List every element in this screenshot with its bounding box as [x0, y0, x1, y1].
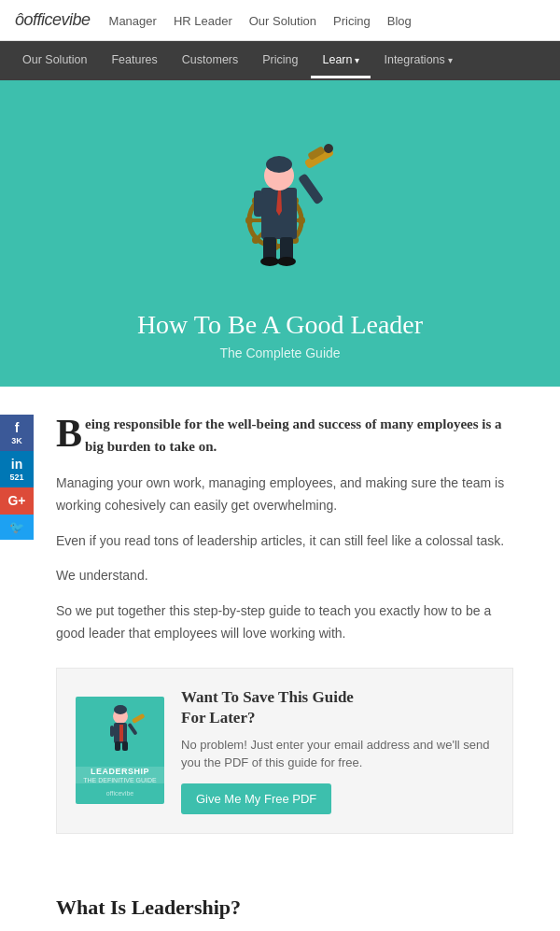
secondary-nav-links: Our Solution Features Customers Pricing … — [11, 44, 464, 78]
facebook-icon: f — [15, 420, 20, 435]
secondary-navigation: Our Solution Features Customers Pricing … — [0, 41, 560, 80]
decorative-initial: B — [56, 417, 82, 451]
linkedin-share-button[interactable]: in 521 — [0, 451, 34, 487]
svg-rect-33 — [110, 726, 114, 737]
book-subtitle: THE DEFINITIVE GUIDE — [79, 777, 161, 783]
hero-illustration — [187, 108, 373, 295]
secondary-nav-features[interactable]: Features — [100, 44, 168, 78]
section-title: What Is Leadership? — [0, 896, 560, 924]
svg-rect-35 — [122, 741, 128, 751]
section-title-wrapper: What Is Leadership? — [0, 882, 560, 931]
paragraph-2: Even if you read tons of leadership arti… — [56, 530, 513, 553]
svg-point-13 — [252, 236, 259, 244]
hero-title: How To Be A Good Leader — [137, 310, 423, 340]
cta-description: No problem! Just enter your email addres… — [181, 736, 494, 772]
paragraph-3: We understand. — [56, 565, 513, 587]
svg-rect-19 — [254, 190, 263, 217]
intro-paragraph: B eing responsible for the well-being an… — [56, 413, 513, 458]
article-content: B eing responsible for the well-being an… — [0, 387, 560, 882]
cta-box: LEADERSHIP THE DEFINITIVE GUIDE officevi… — [56, 668, 513, 834]
secondary-nav-pricing[interactable]: Pricing — [251, 44, 309, 78]
content-wrapper: f 3K in 521 G+ 🐦 B eing responsible for … — [0, 387, 560, 931]
svg-rect-31 — [127, 723, 137, 736]
chevron-down-icon: ▾ — [355, 55, 359, 65]
linkedin-count: 521 — [9, 473, 23, 482]
top-nav-links: Manager HR Leader Our Solution Pricing B… — [109, 12, 412, 29]
twitter-icon: 🐦 — [9, 520, 24, 534]
secondary-nav-customers[interactable]: Customers — [171, 44, 249, 78]
cta-heading: Want To Save This Guide For Later? — [181, 687, 494, 728]
cta-button[interactable]: Give Me My Free PDF — [181, 783, 331, 814]
chevron-down-icon: ▾ — [448, 55, 453, 65]
twitter-share-button[interactable]: 🐦 — [0, 515, 34, 540]
top-nav-manager[interactable]: Manager — [109, 14, 157, 28]
linkedin-icon: in — [11, 457, 22, 472]
svg-point-26 — [277, 257, 296, 266]
book-cover: LEADERSHIP THE DEFINITIVE GUIDE officevi… — [76, 697, 164, 804]
svg-rect-34 — [115, 741, 120, 751]
book-brand: officevibe — [106, 790, 133, 797]
svg-point-25 — [260, 257, 279, 266]
svg-rect-18 — [298, 173, 324, 205]
top-nav-our-solution[interactable]: Our Solution — [249, 14, 316, 28]
hero-banner: How To Be A Good Leader The Complete Gui… — [0, 80, 560, 387]
cta-text-area: Want To Save This Guide For Later? No pr… — [181, 687, 494, 814]
secondary-nav-our-solution[interactable]: Our Solution — [11, 44, 98, 78]
book-title: LEADERSHIP — [79, 767, 161, 777]
svg-point-28 — [114, 705, 127, 714]
top-nav-blog[interactable]: Blog — [387, 14, 412, 28]
logo[interactable]: ôofficevibe — [15, 10, 91, 30]
svg-rect-30 — [119, 725, 123, 741]
svg-rect-32 — [131, 713, 145, 724]
svg-point-17 — [266, 156, 292, 173]
googleplus-icon: G+ — [7, 493, 25, 508]
top-navigation: ôofficevibe Manager HR Leader Our Soluti… — [0, 0, 560, 41]
facebook-count: 3K — [11, 436, 22, 445]
paragraph-1: Managing your own work, managing employe… — [56, 473, 513, 517]
social-sidebar: f 3K in 521 G+ 🐦 — [0, 415, 34, 540]
facebook-share-button[interactable]: f 3K — [0, 415, 34, 451]
svg-point-8 — [245, 217, 253, 224]
paragraph-4: So we put together this step-by-step gui… — [56, 600, 513, 645]
hero-subtitle: The Complete Guide — [219, 346, 340, 360]
secondary-nav-integrations[interactable]: Integrations▾ — [372, 44, 463, 78]
top-nav-hr-leader[interactable]: HR Leader — [174, 14, 232, 28]
top-nav-pricing[interactable]: Pricing — [333, 14, 371, 28]
svg-point-9 — [298, 217, 305, 224]
googleplus-share-button[interactable]: G+ — [0, 487, 34, 515]
secondary-nav-learn[interactable]: Learn▾ — [311, 44, 371, 78]
book-illustration — [92, 701, 148, 762]
